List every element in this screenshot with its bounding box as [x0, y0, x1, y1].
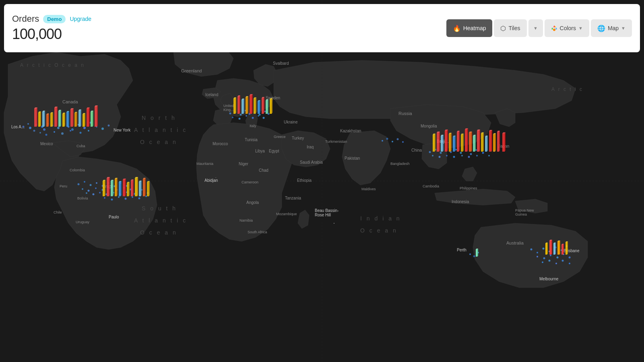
map-button[interactable]: 🌐 Map ▼ [591, 19, 632, 37]
title-row: Orders Demo Upgrade [12, 14, 91, 24]
colors-chevron-icon: ▼ [578, 26, 583, 31]
heatmap-label: Heatmap [463, 25, 486, 31]
demo-badge: Demo [43, 15, 66, 23]
tiles-label: Tiles [508, 25, 520, 31]
heatmap-button[interactable]: 🔥 Heatmap [446, 19, 493, 37]
order-count: 100,000 [12, 26, 91, 43]
svg-point-314 [553, 29, 555, 31]
globe-icon: 🌐 [597, 25, 605, 32]
tiles-button[interactable]: ⬡ Tiles [494, 19, 526, 37]
map-label: Map [608, 25, 619, 31]
orders-title: Orders [12, 14, 39, 24]
tiles-dropdown-button[interactable]: ▼ [528, 19, 543, 37]
toolbar: 🔥 Heatmap ⬡ Tiles ▼ Colors ▼ [446, 19, 632, 37]
header-left: Orders Demo Upgrade 100,000 [12, 14, 91, 43]
tiles-icon: ⬡ [500, 25, 506, 32]
chevron-down-icon: ▼ [533, 26, 538, 31]
colors-button[interactable]: Colors ▼ [545, 19, 589, 37]
header-panel: Orders Demo Upgrade 100,000 🔥 Heatmap ⬡ … [4, 4, 640, 52]
map-chevron-icon: ▼ [621, 26, 625, 31]
flame-icon: 🔥 [453, 25, 461, 32]
upgrade-link[interactable]: Upgrade [70, 16, 91, 22]
colors-label: Colors [560, 25, 576, 31]
colors-icon [551, 25, 557, 31]
